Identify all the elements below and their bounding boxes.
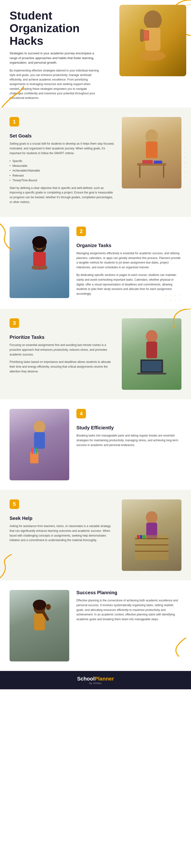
footer: SchoolPlanner by mimeo bbox=[0, 671, 191, 689]
header-curve-bottom-left bbox=[0, 86, 24, 107]
success-body: Effective planning is the cornerstone of… bbox=[76, 598, 182, 622]
section1-bullets: Specific Measurable Achievable/Attainabl… bbox=[9, 159, 115, 183]
success-content: Success Planning Effective planning is t… bbox=[0, 581, 191, 671]
svg-point-48 bbox=[32, 236, 47, 248]
section4-number-area: 4 bbox=[76, 409, 182, 422]
section3-title: Prioritize Tasks bbox=[9, 335, 115, 340]
svg-point-66 bbox=[34, 421, 45, 433]
section4-badge: 4 bbox=[76, 409, 86, 418]
section3-image bbox=[122, 318, 182, 390]
svg-point-51 bbox=[40, 266, 48, 270]
footer-school-text: School bbox=[77, 676, 94, 682]
svg-rect-69 bbox=[31, 448, 33, 454]
section3-text: 3 Prioritize Tasks Focusing on essential… bbox=[9, 318, 115, 377]
section2-title: Organize Tasks bbox=[76, 243, 182, 248]
section5-number-area: 5 bbox=[9, 499, 115, 513]
svg-point-85 bbox=[46, 604, 51, 610]
footer-by-mimeo: by mimeo bbox=[89, 682, 102, 685]
svg-rect-71 bbox=[35, 447, 37, 454]
svg-rect-83 bbox=[34, 614, 45, 630]
svg-rect-76 bbox=[135, 545, 168, 546]
success-image bbox=[9, 590, 69, 661]
section2-body1: Managing assignments effectively is esse… bbox=[76, 251, 182, 270]
header-section: Student Organization Hacks Strategies to… bbox=[0, 0, 191, 107]
section-prioritize-tasks: 3 Prioritize Tasks Focusing on essential… bbox=[0, 309, 191, 399]
section4-image-container bbox=[9, 409, 69, 480]
svg-rect-43 bbox=[139, 165, 140, 178]
svg-rect-18 bbox=[140, 29, 144, 42]
svg-rect-61 bbox=[146, 341, 157, 358]
section5-image-container bbox=[122, 499, 182, 571]
section4-text: 4 Study Efficiently Breaking tasks into … bbox=[76, 409, 182, 450]
section3-body1: Focusing on essential assignments first … bbox=[9, 343, 115, 357]
svg-rect-45 bbox=[142, 160, 153, 164]
section1-image bbox=[122, 117, 182, 188]
svg-rect-41 bbox=[146, 142, 158, 158]
section2-content: 2 Organize Tasks Managing assignments ef… bbox=[0, 217, 191, 309]
footer-planner-text: Planner bbox=[94, 676, 114, 682]
bullet-achievable: Achievable/Attainable bbox=[9, 168, 115, 173]
section5-image bbox=[122, 499, 182, 571]
section5-title: Seek Help bbox=[9, 516, 115, 521]
section4-image bbox=[9, 409, 69, 480]
svg-rect-46 bbox=[154, 161, 162, 163]
section4-body: Breaking tasks into manageable parts and… bbox=[76, 433, 182, 447]
success-title: Success Planning bbox=[76, 590, 182, 595]
svg-point-60 bbox=[146, 330, 158, 343]
section2-badge: 2 bbox=[76, 226, 86, 236]
svg-rect-79 bbox=[140, 535, 142, 538]
section1-text: 1 Set Goals Setting goals is a crucial s… bbox=[9, 117, 115, 208]
section2-image-container bbox=[9, 226, 69, 298]
section5-badge: 5 bbox=[9, 499, 19, 509]
section1-title: Set Goals bbox=[9, 133, 115, 139]
bullet-timely: Timely/Time-Bound bbox=[9, 178, 115, 183]
section1-image-container bbox=[122, 117, 182, 188]
section1-number-area: 1 bbox=[9, 117, 115, 130]
section3-content: 3 Prioritize Tasks Focusing on essential… bbox=[0, 309, 191, 399]
section5-content: 5 Seek Help Asking for assistance from t… bbox=[0, 490, 191, 581]
section3-number-area: 3 bbox=[9, 318, 115, 332]
footer-logo: SchoolPlanner by mimeo bbox=[77, 676, 114, 685]
section2-text: 2 Organize Tasks Managing assignments ef… bbox=[76, 226, 182, 299]
svg-point-15 bbox=[140, 51, 165, 61]
section4-content: 4 Study Efficiently Breaking tasks into … bbox=[0, 399, 191, 490]
svg-rect-44 bbox=[163, 165, 164, 178]
section1-body2: Start by defining a clear objective that… bbox=[9, 186, 115, 205]
svg-rect-67 bbox=[34, 432, 45, 448]
page-title: Student Organization Hacks bbox=[9, 9, 110, 47]
section5-body: Asking for assistance from teachers, tut… bbox=[9, 524, 115, 543]
section3-body2: Prioritizing tasks based on importance a… bbox=[9, 360, 115, 374]
section-set-goals: 1 Set Goals Setting goals is a crucial s… bbox=[0, 107, 191, 217]
success-image-container bbox=[9, 590, 69, 661]
section3-image-container bbox=[122, 318, 182, 390]
svg-rect-70 bbox=[34, 448, 35, 454]
bullet-measurable: Measurable bbox=[9, 163, 115, 168]
svg-point-50 bbox=[31, 266, 39, 270]
section2-number-area: 2 bbox=[76, 226, 182, 240]
section5-text: 5 Seek Help Asking for assistance from t… bbox=[9, 499, 115, 546]
section1-content: 1 Set Goals Setting goals is a crucial s… bbox=[0, 107, 191, 217]
section4-title: Study Efficiently bbox=[76, 425, 182, 431]
section1-body1: Setting goals is a crucial skill for stu… bbox=[9, 142, 115, 156]
section-seek-help: 5 Seek Help Asking for assistance from t… bbox=[0, 490, 191, 581]
header-subtitle: Strategies to succeed in your academic j… bbox=[9, 51, 100, 65]
svg-rect-64 bbox=[137, 373, 166, 375]
svg-point-82 bbox=[33, 600, 46, 610]
svg-point-13 bbox=[144, 10, 162, 30]
success-text: Success Planning Effective planning is t… bbox=[76, 590, 182, 625]
svg-rect-77 bbox=[135, 551, 168, 552]
section1-badge: 1 bbox=[9, 117, 19, 126]
svg-point-40 bbox=[145, 129, 158, 143]
svg-rect-78 bbox=[137, 535, 140, 538]
svg-rect-80 bbox=[142, 535, 145, 538]
section3-badge: 3 bbox=[9, 318, 19, 328]
section-organize-tasks: 2 Organize Tasks Managing assignments ef… bbox=[0, 217, 191, 309]
bullet-relevant: Relevant bbox=[9, 173, 115, 178]
section-study-efficiently: 4 Study Efficiently Breaking tasks into … bbox=[0, 399, 191, 490]
svg-rect-65 bbox=[142, 361, 162, 372]
bullet-specific: Specific bbox=[9, 159, 115, 163]
footer-logo-text: SchoolPlanner bbox=[77, 676, 114, 682]
section2-image bbox=[9, 226, 69, 298]
header-image bbox=[119, 5, 186, 76]
section2-body2: By dedicating specific sections or pages… bbox=[76, 273, 182, 297]
